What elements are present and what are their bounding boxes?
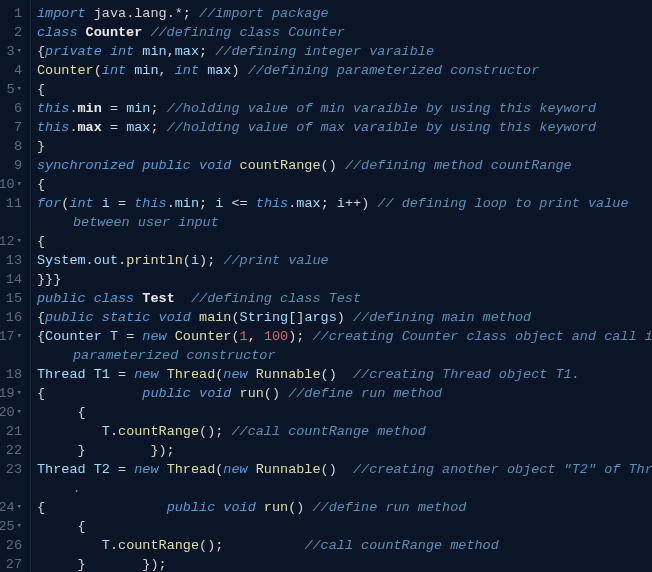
line-number: 18	[0, 365, 22, 384]
code-line[interactable]: this.min = min; //holding value of min v…	[37, 99, 652, 118]
token-op: =	[110, 196, 134, 211]
token-cls: Counter	[86, 25, 151, 40]
token-op: .*;	[167, 6, 199, 21]
token-kw: public void	[142, 386, 239, 401]
line-number	[0, 346, 22, 365]
token-op: (	[231, 329, 239, 344]
token-pkg: java	[94, 6, 126, 21]
code-line[interactable]: {	[37, 80, 652, 99]
fold-icon[interactable]: ▾	[17, 42, 22, 61]
token-fn: Runnable	[256, 462, 321, 477]
code-line[interactable]: }	[37, 137, 652, 156]
line-number: 14	[0, 270, 22, 289]
code-line[interactable]: {private int min,max; //defining integer…	[37, 42, 652, 61]
fold-icon[interactable]: ▾	[17, 403, 22, 422]
code-line[interactable]: {	[37, 403, 652, 422]
token-kw: public static void	[45, 310, 199, 325]
token-fn: main	[199, 310, 231, 325]
fold-icon[interactable]: ▾	[17, 517, 22, 536]
token-id: min	[142, 44, 166, 59]
code-editor[interactable]: 123▾45▾678910▾1112▾1314151617▾1819▾20▾21…	[0, 0, 652, 572]
line-number: 16	[0, 308, 22, 327]
token-op: ;	[199, 196, 215, 211]
code-line[interactable]: System.out.println(i); //print value	[37, 251, 652, 270]
token-id: Thread T2	[37, 462, 110, 477]
code-line[interactable]: class Counter //defining class Counter	[37, 23, 652, 42]
token-op: {	[37, 310, 45, 325]
token-op: .	[167, 196, 175, 211]
code-line[interactable]: {public static void main(String[]args) /…	[37, 308, 652, 327]
code-line[interactable]: T.countRange(); //call countRange method	[37, 536, 652, 555]
code-line[interactable]: {	[37, 517, 652, 536]
token-com: parameterized constructor	[73, 348, 276, 363]
token-num: 100	[264, 329, 288, 344]
code-line[interactable]: parameterized constructor	[37, 346, 652, 365]
token-op: {	[37, 329, 45, 344]
line-number: 9	[0, 156, 22, 175]
token-op: );	[288, 329, 312, 344]
token-op: =	[110, 462, 134, 477]
token-kw: import	[37, 6, 94, 21]
token-id: max	[296, 196, 320, 211]
code-line[interactable]: } });	[37, 441, 652, 460]
code-line[interactable]: }}}	[37, 270, 652, 289]
code-line[interactable]: {	[37, 232, 652, 251]
code-line[interactable]: synchronized public void countRange() //…	[37, 156, 652, 175]
line-number	[0, 479, 22, 498]
line-number: 17▾	[0, 327, 22, 346]
code-line[interactable]: import java.lang.*; //import package	[37, 4, 652, 23]
token-kw: new	[134, 462, 166, 477]
token-com: //creating Thread object T1.	[353, 367, 580, 382]
token-op: {	[37, 44, 45, 59]
token-op: ;	[321, 196, 337, 211]
token-op	[37, 424, 102, 439]
code-line[interactable]: Thread T1 = new Thread(new Runnable() //…	[37, 365, 652, 384]
code-line[interactable]: T.countRange(); //call countRange method	[37, 422, 652, 441]
token-op: .	[69, 120, 77, 135]
fold-icon[interactable]: ▾	[17, 384, 22, 403]
fold-icon[interactable]: ▾	[17, 327, 22, 346]
token-op: {	[37, 405, 86, 420]
token-op: {	[37, 82, 45, 97]
code-line[interactable]: {	[37, 175, 652, 194]
code-line[interactable]: .	[37, 479, 652, 498]
token-cls: Test	[142, 291, 191, 306]
token-kw: new	[223, 462, 255, 477]
token-op: ()	[264, 386, 288, 401]
token-kw: private int	[45, 44, 142, 59]
token-type: int	[175, 63, 207, 78]
fold-icon[interactable]: ▾	[17, 232, 22, 251]
code-line[interactable]: {Counter T = new Counter(1, 100); //crea…	[37, 327, 652, 346]
token-kw: new	[142, 329, 174, 344]
code-line[interactable]: Thread T2 = new Thread(new Runnable() //…	[37, 460, 652, 479]
code-line[interactable]: { public void run() //define run method	[37, 384, 652, 403]
token-id: Thread T1	[37, 367, 110, 382]
code-line[interactable]: between user input	[37, 213, 652, 232]
token-op: ,	[159, 63, 175, 78]
code-line[interactable]: } });	[37, 555, 652, 572]
token-com: //defining parameterized constructor	[248, 63, 540, 78]
token-op: []	[288, 310, 304, 325]
line-number: 12▾	[0, 232, 22, 251]
token-fn: countRange	[240, 158, 321, 173]
token-com: //import package	[199, 6, 329, 21]
token-op: =	[102, 101, 126, 116]
token-pkg: lang	[134, 6, 166, 21]
code-line[interactable]: this.max = max; //holding value of max v…	[37, 118, 652, 137]
fold-icon[interactable]: ▾	[17, 498, 22, 517]
line-number: 26	[0, 536, 22, 555]
code-area[interactable]: import java.lang.*; //import packageclas…	[30, 0, 652, 572]
code-line[interactable]: { public void run() //define run method	[37, 498, 652, 517]
token-op: }}}	[37, 272, 61, 287]
code-line[interactable]: for(int i = this.min; i <= this.max; i++…	[37, 194, 652, 213]
token-op: )	[337, 310, 353, 325]
line-number: 8	[0, 137, 22, 156]
code-line[interactable]: Counter(int min, int max) //defining par…	[37, 61, 652, 80]
token-com: //defining class Test	[191, 291, 361, 306]
fold-icon[interactable]: ▾	[17, 80, 22, 99]
code-line[interactable]: public class Test //defining class Test	[37, 289, 652, 308]
fold-icon[interactable]: ▾	[17, 175, 22, 194]
token-op: )	[231, 63, 247, 78]
token-fn: Thread	[167, 367, 216, 382]
token-kw: class	[37, 25, 86, 40]
